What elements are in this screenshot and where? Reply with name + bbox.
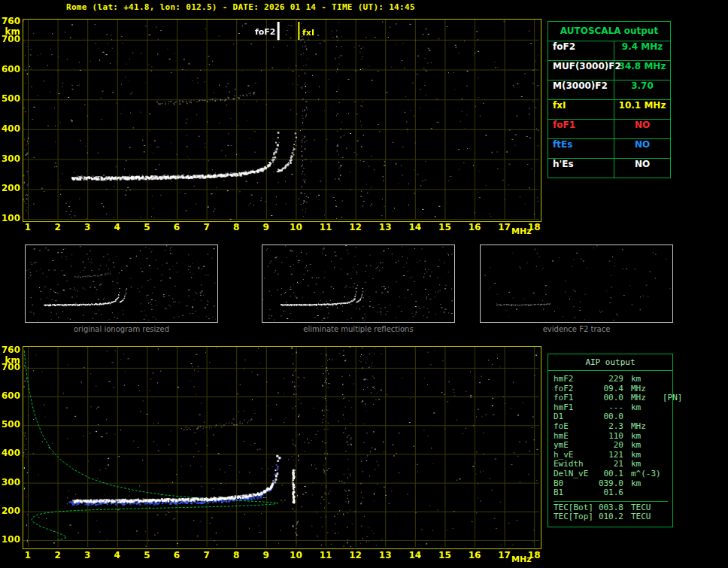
aip-suffix	[658, 479, 672, 489]
bottom-y-tick-700: 700	[0, 362, 20, 372]
aip-suffix	[658, 451, 672, 460]
autoscala-foF1-value: NO	[614, 119, 670, 138]
aip-unit: MHz	[623, 422, 658, 432]
top-x-tick-12: 12	[347, 222, 364, 232]
aip-label: B1	[554, 488, 596, 498]
aip-label: DelN_vE	[554, 469, 596, 479]
aip-tec-separator	[554, 501, 668, 502]
aip-val: 2.3	[596, 422, 623, 432]
bottom-x-tick-11: 11	[317, 550, 334, 560]
top-y-tick-300: 300	[0, 153, 20, 164]
autoscala-MUF3000F2-value: 34.8 MHz	[614, 60, 670, 80]
autoscala-ftEs-label: ftEs	[548, 138, 614, 158]
aip-suffix	[658, 512, 672, 522]
top-x-tick-14: 14	[407, 222, 423, 232]
bottom-x-tick-17: 17	[496, 550, 513, 560]
aip-unit: TECU	[623, 512, 658, 522]
aip-label: hmF2	[554, 375, 596, 384]
top-x-tick-13: 13	[377, 222, 393, 232]
top-x-tick-16: 16	[466, 222, 483, 232]
top-y-tick-600: 600	[0, 64, 20, 74]
aip-unit: km	[623, 375, 658, 384]
aip-row-ymE: ymE20km	[554, 441, 672, 451]
bottom-x-tick-7: 7	[199, 550, 215, 560]
top-x-tick-4: 4	[109, 222, 126, 232]
bottom-y-tick-760: 760	[0, 345, 20, 355]
bottom-ionogram-plot	[23, 346, 541, 549]
aip-unit: km	[623, 441, 658, 451]
bottom-y-tick-500: 500	[0, 419, 20, 430]
autoscala-foF2-label: foF2	[548, 41, 614, 60]
top-y-tick-100: 100	[0, 213, 20, 223]
bottom-x-tick-13: 13	[377, 550, 393, 560]
top-y-tick-400: 400	[0, 123, 20, 134]
aip-suffix	[658, 412, 672, 422]
thumbnail-caption-eliminate: eliminate multiple reflections	[262, 325, 455, 333]
top-x-tick-7: 7	[199, 222, 215, 232]
thumbnail-eliminate-canvas	[262, 245, 453, 320]
page-title: Rome (lat: +41.8, lon: 012.5) - DATE: 20…	[66, 2, 415, 12]
autoscala-hEs-label: h'Es	[548, 158, 614, 178]
top-x-tick-2: 2	[50, 222, 66, 232]
aip-unit	[623, 488, 658, 498]
aip-row-TECTop: TEC[Top]010.2TECU	[554, 512, 672, 522]
bottom-x-tick-8: 8	[228, 550, 244, 560]
bottom-x-tick-9: 9	[258, 550, 275, 560]
aip-suffix	[658, 441, 672, 451]
autoscala-M3000F2-value: 3.70	[614, 80, 670, 99]
aip-suffix	[658, 375, 672, 384]
aip-label: ymE	[554, 441, 596, 451]
aip-suffix	[658, 503, 672, 513]
autoscala-output-table: AUTOSCALA output foF29.4 MHzMUF(3000)F23…	[548, 21, 671, 178]
aip-label: TEC[Top]	[554, 512, 596, 522]
thumbnail-eliminate-reflections	[262, 245, 455, 323]
aip-panel-title: AIP output	[548, 354, 672, 371]
autoscala-foF2-value: 9.4 MHz	[614, 41, 670, 60]
bottom-x-tick-2: 2	[50, 550, 66, 560]
aip-unit: km	[623, 451, 658, 460]
thumbnail-evidence-canvas	[481, 245, 671, 320]
thumbnail-evidence-f2	[480, 245, 673, 323]
thumbnail-original-canvas	[26, 245, 216, 320]
top-x-tick-17: 17	[496, 222, 513, 232]
top-ionogram-canvas	[23, 20, 539, 220]
bottom-y-tick-300: 300	[0, 477, 20, 488]
top-x-tick-10: 10	[287, 222, 304, 232]
bottom-x-tick-5: 5	[138, 550, 155, 560]
top-x-tick-9: 9	[258, 222, 275, 232]
fof2-marker-label: foF2	[255, 27, 276, 37]
autoscala-foF1-label: foF1	[548, 119, 614, 138]
top-y-tick-500: 500	[0, 93, 20, 104]
aip-row-foF1: foF100.0MHz[PN]	[554, 393, 672, 403]
top-x-tick-3: 3	[79, 222, 96, 232]
aip-row-hmE: hmE110km	[554, 432, 672, 442]
aip-label: foF1	[554, 393, 596, 403]
aip-suffix: [PN]	[658, 393, 683, 403]
top-x-unit-label: MHz	[511, 226, 532, 236]
bottom-x-tick-6: 6	[168, 550, 185, 560]
autoscala-MUF3000F2-label: MUF(3000)F2	[548, 60, 614, 80]
aip-val: 010.2	[596, 512, 623, 522]
aip-val: 20	[596, 441, 623, 451]
aip-val: 00.0	[596, 393, 623, 403]
bottom-x-tick-4: 4	[109, 550, 126, 560]
top-ionogram-plot: foF2 fxI	[23, 19, 541, 222]
autoscala-fxI-value: 10.1 MHz	[614, 99, 670, 119]
bottom-y-tick-400: 400	[0, 448, 20, 458]
bottom-x-tick-15: 15	[436, 550, 453, 560]
aip-row-DelN_vE: DelN_vE00.1m^(-3)	[554, 469, 672, 479]
top-x-tick-1: 1	[20, 222, 36, 232]
aip-unit: km	[623, 479, 658, 489]
aip-suffix	[658, 422, 672, 432]
bottom-y-tick-600: 600	[0, 390, 20, 401]
aip-label: foE	[554, 422, 596, 432]
autoscala-M3000F2-label: M(3000)F2	[548, 80, 614, 99]
top-y-tick-700: 700	[0, 34, 20, 44]
aip-row-B1: B101.6	[554, 488, 672, 498]
aip-output-panel: AIP output hmF2229kmfoF209.4MHzfoF100.0M…	[548, 354, 673, 527]
bottom-x-unit-label: MHz	[511, 554, 532, 564]
bottom-x-tick-14: 14	[407, 550, 423, 560]
thumbnail-original-ionogram	[25, 245, 218, 323]
bottom-x-tick-16: 16	[466, 550, 483, 560]
aip-row-foE: foE2.3MHz	[554, 422, 672, 432]
